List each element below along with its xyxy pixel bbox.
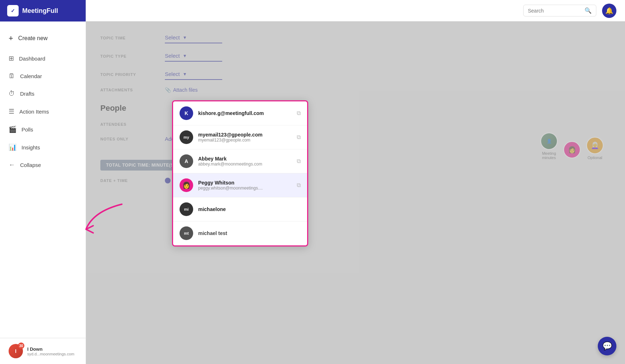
item-text-kishore: kishore.g@meetingfull.com <box>198 110 292 116</box>
item-text-abbey: Abbey Mark abbey.mark@moonmeetings.com <box>198 156 292 167</box>
sidebar-item-action-items[interactable]: ☰ Action Items <box>0 102 86 120</box>
sidebar-item-label: Calendar <box>20 73 42 79</box>
people-dropdown: K kishore.g@meetingfull.com ⧉ my myemail… <box>172 100 308 246</box>
sidebar-item-label: Polls <box>22 126 33 133</box>
item-name-myemail: myemail123@gpeople.com <box>198 132 292 138</box>
user-name: I Down <box>27 346 77 352</box>
sidebar-nav: + Create new ⊞ Dashboard 🗓 Calendar ⏱ Dr… <box>0 21 86 338</box>
item-email-myemail: myemail123@gpeople.com <box>198 138 292 143</box>
copy-icon[interactable]: ⧉ <box>297 182 301 188</box>
sidebar-item-collapse[interactable]: ← Collapse <box>0 156 86 174</box>
sidebar-item-label: Dashboard <box>19 56 45 62</box>
dropdown-item-michaelone[interactable]: mi michaelone <box>173 197 307 221</box>
sidebar-item-polls[interactable]: 🎬 Polls <box>0 120 86 138</box>
sidebar-item-label: Drafts <box>20 91 34 97</box>
chat-icon: 💬 <box>602 341 612 351</box>
item-text-michaeltest: michael test <box>198 230 301 236</box>
item-name-abbey: Abbey Mark <box>198 156 292 162</box>
item-name-michaelone: michaelone <box>198 206 301 212</box>
sidebar-logo: ✓ MeetingFull <box>0 0 86 21</box>
notification-badge: 30 <box>18 343 24 349</box>
user-info: I Down syd.d...moonmeetings.com <box>27 346 77 356</box>
item-text-myemail: myemail123@gpeople.com myemail123@gpeopl… <box>198 132 292 143</box>
user-card[interactable]: I 30 I Down syd.d...moonmeetings.com <box>9 344 77 358</box>
bell-icon: 🔔 <box>605 7 613 15</box>
dropdown-item-myemail[interactable]: my myemail123@gpeople.com myemail123@gpe… <box>173 125 307 149</box>
dropdown-item-kishore[interactable]: K kishore.g@meetingfull.com ⧉ <box>173 101 307 125</box>
item-email-peggy: peggy.whitson@moonmeetings.... <box>198 186 292 191</box>
polls-icon: 🎬 <box>9 125 16 133</box>
sidebar-item-dashboard[interactable]: ⊞ Dashboard <box>0 49 86 67</box>
item-email-abbey: abbey.mark@moonmeetings.com <box>198 162 292 167</box>
search-input[interactable] <box>528 8 582 14</box>
search-icon: 🔍 <box>585 7 592 14</box>
avatar-myemail: my <box>180 130 193 144</box>
avatar-michaeltest: mt <box>180 226 193 240</box>
sidebar-item-label: Collapse <box>20 162 41 168</box>
dropdown-item-abbey[interactable]: A Abbey Mark abbey.mark@moonmeetings.com… <box>173 149 307 173</box>
avatar-kishore: K <box>180 106 193 120</box>
drafts-icon: ⏱ <box>9 90 15 97</box>
plus-icon: + <box>9 34 13 43</box>
sidebar-item-label: Insights <box>22 144 40 150</box>
item-name-peggy: Peggy Whitson <box>198 180 292 186</box>
copy-icon[interactable]: ⧉ <box>297 110 301 116</box>
search-bar[interactable]: 🔍 <box>523 5 596 16</box>
app-name: MeetingFull <box>22 7 58 15</box>
sidebar-item-insights[interactable]: 📊 Insights <box>0 138 86 156</box>
sidebar-item-calendar[interactable]: 🗓 Calendar <box>0 67 86 85</box>
sidebar-item-label: Action Items <box>19 109 49 115</box>
item-name-kishore: kishore.g@meetingfull.com <box>198 110 292 116</box>
calendar-icon: 🗓 <box>9 72 15 80</box>
avatar: I 30 <box>9 344 23 358</box>
sidebar-user-section: I 30 I Down syd.d...moonmeetings.com <box>0 338 86 364</box>
insights-icon: 📊 <box>9 143 16 151</box>
chat-button[interactable]: 💬 <box>598 337 616 355</box>
header: 🔍 🔔 <box>86 0 625 21</box>
dashboard-icon: ⊞ <box>9 54 14 62</box>
copy-icon[interactable]: ⧉ <box>297 158 301 164</box>
user-email: syd.d...moonmeetings.com <box>27 352 77 356</box>
item-text-michaelone: michaelone <box>198 206 301 212</box>
avatar-michaelone: mi <box>180 202 193 216</box>
item-text-peggy: Peggy Whitson peggy.whitson@moonmeetings… <box>198 180 292 191</box>
overlay-background <box>86 21 625 364</box>
collapse-icon: ← <box>9 161 15 169</box>
logo-icon: ✓ <box>7 5 19 16</box>
action-items-icon: ☰ <box>9 107 14 115</box>
notification-bell-button[interactable]: 🔔 <box>602 4 616 18</box>
avatar-initial: I <box>15 348 16 354</box>
sidebar: ✓ MeetingFull + Create new ⊞ Dashboard 🗓… <box>0 0 86 364</box>
copy-icon[interactable]: ⧉ <box>297 134 301 140</box>
avatar-abbey: A <box>180 154 193 168</box>
avatar-peggy: 👩 <box>180 178 193 192</box>
logo-letter: ✓ <box>11 8 15 14</box>
create-new-label: Create new <box>18 35 48 42</box>
create-new-button[interactable]: + Create new <box>0 27 86 49</box>
dropdown-item-michaeltest[interactable]: mt michael test <box>173 221 307 245</box>
dropdown-item-peggy[interactable]: 👩 Peggy Whitson peggy.whitson@moonmeetin… <box>173 173 307 197</box>
sidebar-item-drafts[interactable]: ⏱ Drafts <box>0 85 86 102</box>
item-name-michaeltest: michael test <box>198 230 301 236</box>
